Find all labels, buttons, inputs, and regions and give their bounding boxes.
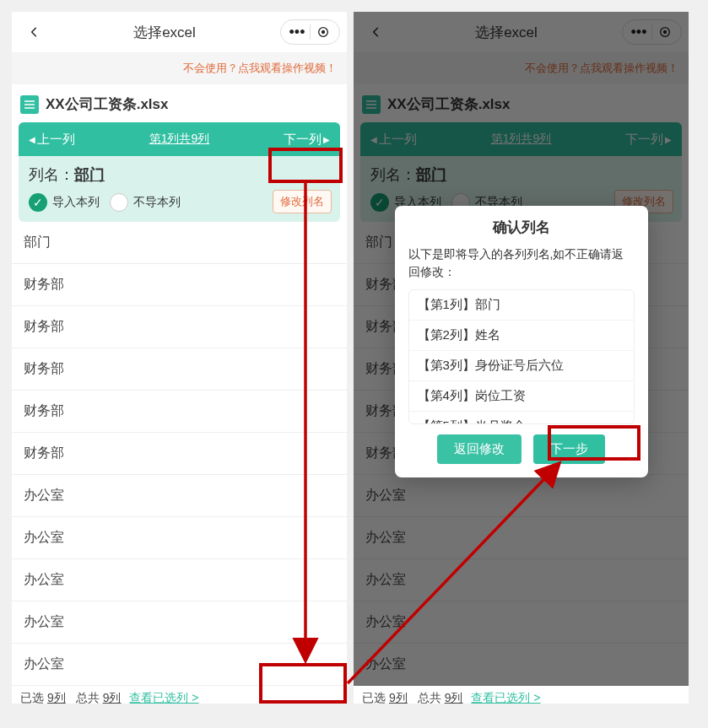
file-name: XX公司工资条.xlsx <box>46 94 169 114</box>
view-selected-link[interactable]: 查看已选列 > <box>471 691 540 704</box>
page-title: 选择excel <box>391 23 622 42</box>
list-item: 财务部 <box>12 391 347 433</box>
column-name-value: 部门 <box>74 166 105 183</box>
import-column-radio[interactable] <box>370 193 389 212</box>
modal-list-item: 【第2列】姓名 <box>409 321 634 351</box>
next-column-button[interactable]: 下一列 ▶ <box>625 132 673 148</box>
column-name-label: 列名： <box>29 166 74 183</box>
file-name-bar: XX公司工资条.xlsx <box>12 84 347 122</box>
skip-column-label: 不导本列 <box>133 195 181 210</box>
page-title: 选择excel <box>49 23 280 42</box>
list-item: 办公室 <box>12 644 347 686</box>
chevron-right-icon: ▶ <box>665 135 672 144</box>
wechat-capsule[interactable]: ••• <box>280 19 340 45</box>
list-item: 部门 <box>12 222 347 264</box>
help-banner[interactable]: 不会使用？点我观看操作视频！ <box>354 52 689 84</box>
next-column-button[interactable]: 下一列 ▶ <box>284 132 332 148</box>
column-data-list: 部门 财务部 财务部 财务部 财务部 财务部 办公室 办公室 办公室 办公室 办… <box>12 222 347 686</box>
modal-list-item: 【第5列】当月奖金 <box>409 412 634 424</box>
list-item: 财务部 <box>12 264 347 306</box>
close-mini-icon[interactable] <box>311 25 336 39</box>
list-item: 财务部 <box>12 433 347 475</box>
column-panel: 列名：部门 导入本列 不导本列 修改列名 <box>19 156 340 222</box>
modal-back-button[interactable]: 返回修改 <box>437 434 522 464</box>
column-indicator[interactable]: 第1列共9列 <box>75 132 284 147</box>
svg-point-3 <box>663 30 667 34</box>
chevron-left-icon: ◀ <box>370 135 377 144</box>
column-indicator[interactable]: 第1列共9列 <box>417 132 625 147</box>
list-item: 财务部 <box>12 306 347 348</box>
list-item: 办公室 <box>12 601 347 644</box>
excel-file-icon <box>20 95 39 114</box>
file-name: XX公司工资条.xlsx <box>387 94 511 114</box>
prev-column-button[interactable]: ◀ 上一列 <box>369 132 417 148</box>
help-banner[interactable]: 不会使用？点我观看操作视频！ <box>12 52 347 84</box>
excel-file-icon <box>362 95 381 114</box>
list-item: 办公室 <box>354 559 689 601</box>
chevron-left-icon: ◀ <box>29 135 35 144</box>
close-mini-icon[interactable] <box>652 25 678 39</box>
list-item: 办公室 <box>12 517 347 559</box>
list-item: 办公室 <box>12 475 347 517</box>
phone-right: 选择excel ••• 不会使用？点我观看操作视频！ XX公司工资条.xlsx <box>354 12 689 704</box>
modal-next-button[interactable]: 下一步 <box>533 434 605 464</box>
titlebar: 选择excel ••• <box>354 12 689 52</box>
file-name-bar: XX公司工资条.xlsx <box>354 84 689 122</box>
svg-point-1 <box>322 30 325 34</box>
chevron-right-icon: ▶ <box>323 135 330 144</box>
prev-column-button[interactable]: ◀ 上一列 <box>27 132 75 148</box>
more-icon[interactable]: ••• <box>626 24 651 41</box>
footer: 已选9列 总共9列 查看已选列 > 重选文件 使用以前设置 下一步 <box>354 686 689 704</box>
list-item: 办公室 <box>354 601 689 644</box>
back-icon[interactable] <box>19 26 49 38</box>
modal-list-item: 【第1列】部门 <box>409 290 634 321</box>
modal-title: 确认列名 <box>408 218 635 237</box>
modal-list[interactable]: 【第1列】部门 【第2列】姓名 【第3列】身份证号后六位 【第4列】岗位工资 【… <box>408 289 635 424</box>
skip-column-radio[interactable] <box>110 193 128 212</box>
list-item: 办公室 <box>354 517 689 559</box>
list-item: 办公室 <box>12 559 347 601</box>
import-column-label: 导入本列 <box>52 195 100 210</box>
modal-desc: 以下是即将导入的各列列名,如不正确请返回修改： <box>408 245 635 281</box>
import-column-radio[interactable] <box>29 193 47 212</box>
footer: 已选9列 总共9列 查看已选列 > 重选文件 使用以前设置 下一步 <box>12 686 347 704</box>
column-nav: ◀ 上一列 第1列共9列 下一列 ▶ <box>19 122 340 156</box>
view-selected-link[interactable]: 查看已选列 > <box>129 691 198 704</box>
list-item: 办公室 <box>354 475 689 517</box>
list-item: 办公室 <box>354 644 689 686</box>
confirm-columns-modal: 确认列名 以下是即将导入的各列列名,如不正确请返回修改： 【第1列】部门 【第2… <box>395 206 648 477</box>
phone-left: 选择excel ••• 不会使用？点我观看操作视频！ XX公司工资条.xlsx <box>12 12 347 704</box>
more-icon[interactable]: ••• <box>284 24 310 41</box>
column-nav: ◀ 上一列 第1列共9列 下一列 ▶ <box>360 122 682 156</box>
modify-column-button[interactable]: 修改列名 <box>273 190 332 213</box>
back-icon[interactable] <box>360 26 391 38</box>
modal-list-item: 【第4列】岗位工资 <box>409 381 634 412</box>
modal-list-item: 【第3列】身份证号后六位 <box>409 351 634 381</box>
titlebar: 选择excel ••• <box>12 12 347 52</box>
list-item: 财务部 <box>12 348 347 391</box>
wechat-capsule[interactable]: ••• <box>622 19 682 45</box>
